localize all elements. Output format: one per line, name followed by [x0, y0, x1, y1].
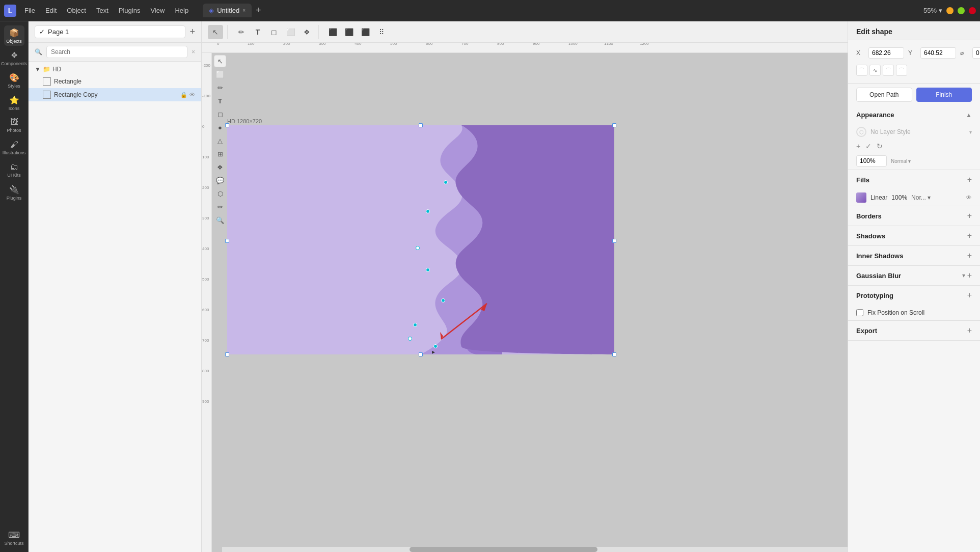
- shape-tool-button[interactable]: ◻: [266, 25, 282, 39]
- bezier-point-6[interactable]: [413, 323, 417, 327]
- canvas-pencil-button[interactable]: ✏: [214, 201, 226, 213]
- zoom-dropdown-icon[interactable]: ▾: [939, 7, 942, 14]
- menu-help[interactable]: Help: [171, 5, 193, 16]
- minimize-button[interactable]: −: [946, 7, 954, 14]
- sidebar-item-photos[interactable]: 🖼 Photos: [4, 115, 24, 135]
- handle-bm[interactable]: [419, 352, 423, 356]
- layer-copy-lock-button[interactable]: 🔒: [180, 92, 187, 98]
- bezier-point-3[interactable]: [416, 246, 420, 250]
- sidebar-item-styles[interactable]: 🎨 Styles: [4, 70, 24, 91]
- horizontal-scrollbar[interactable]: [222, 547, 848, 552]
- active-tab[interactable]: ◈ Untitled ×: [203, 4, 252, 17]
- cursor-indicator[interactable]: ▸: [432, 348, 438, 354]
- fill-color-preview[interactable]: [856, 192, 866, 203]
- add-prototype-button[interactable]: +: [967, 291, 972, 300]
- bezier-point-5[interactable]: [441, 298, 445, 302]
- canvas-table-button[interactable]: ⊞: [214, 148, 226, 160]
- fill-visibility-button[interactable]: 👁: [966, 194, 972, 201]
- select-tool-button[interactable]: ↖: [208, 25, 223, 39]
- add-tab-button[interactable]: +: [254, 5, 263, 16]
- canvas-wrapper[interactable]: HD 1280×720: [212, 53, 848, 552]
- layer-visibility-button[interactable]: [189, 78, 195, 85]
- opacity-input[interactable]: [856, 155, 887, 167]
- layer-lock-button[interactable]: [180, 78, 187, 85]
- align-center-button[interactable]: ⬛: [341, 25, 357, 39]
- inner-shadows-header[interactable]: Inner Shadows +: [848, 246, 980, 265]
- component-tool-button[interactable]: ❖: [299, 25, 314, 39]
- add-export-button[interactable]: +: [967, 326, 972, 335]
- handle-tm[interactable]: [419, 123, 423, 127]
- check-style-icon[interactable]: ✓: [865, 142, 872, 150]
- corner-sharp-button[interactable]: ⌒: [856, 65, 867, 76]
- handle-ml[interactable]: [225, 239, 229, 243]
- layer-group-header[interactable]: ▼ 📁 HD: [29, 64, 201, 75]
- fix-position-checkbox[interactable]: [856, 309, 863, 316]
- corner-smooth-button[interactable]: ∿: [869, 65, 881, 76]
- canvas-rect-button[interactable]: ◻: [214, 108, 226, 120]
- add-blur-button[interactable]: +: [967, 271, 972, 280]
- add-page-button[interactable]: +: [189, 26, 195, 37]
- canvas-triangle-button[interactable]: △: [214, 134, 226, 147]
- add-inner-shadow-button[interactable]: +: [967, 251, 972, 260]
- canvas-area[interactable]: 0 100 200 300 400 500 600 700 800 900 10…: [202, 43, 848, 552]
- maximize-button[interactable]: □: [958, 7, 965, 14]
- align-left-button[interactable]: ⬛: [325, 25, 340, 39]
- handle-br[interactable]: [612, 352, 616, 356]
- canvas-pen-button[interactable]: ✏: [214, 81, 226, 94]
- corner-straight-button[interactable]: ⌒: [896, 65, 907, 76]
- layer-copy-visibility-button[interactable]: 👁: [189, 92, 195, 98]
- canvas-frame-button[interactable]: ⬜: [214, 68, 226, 80]
- page-selector[interactable]: ✓ Page 1: [35, 25, 185, 38]
- gaussian-blur-header[interactable]: Gaussian Blur ▾ +: [848, 266, 980, 285]
- sidebar-item-shortcuts[interactable]: ⌨ Shortcuts: [4, 528, 24, 548]
- bezier-point-1[interactable]: [444, 180, 448, 184]
- menu-plugins[interactable]: Plugins: [115, 5, 145, 16]
- handle-mr[interactable]: [612, 239, 616, 243]
- canvas-circle-button[interactable]: ●: [214, 121, 226, 133]
- frame-tool-button[interactable]: ⬜: [283, 25, 298, 39]
- canvas-text-button[interactable]: T: [214, 95, 226, 107]
- corner-asymm-button[interactable]: ⌒: [883, 65, 894, 76]
- y-input[interactable]: [920, 47, 956, 59]
- artboard[interactable]: ▸: [227, 125, 614, 354]
- scrollbar-thumb[interactable]: [410, 547, 597, 552]
- handle-bl[interactable]: [225, 352, 229, 356]
- canvas-comment-button[interactable]: 💬: [214, 174, 226, 186]
- fill-blend-value[interactable]: Nor... ▾: [911, 194, 962, 201]
- layer-item-rectangle-copy[interactable]: Rectangle Copy 🔒 👁: [29, 88, 201, 101]
- finish-button[interactable]: Finish: [916, 88, 972, 102]
- bezier-point-selected[interactable]: [408, 337, 412, 341]
- sidebar-item-illustrations[interactable]: 🖌 Illustrations: [4, 137, 24, 158]
- add-border-button[interactable]: +: [967, 211, 972, 220]
- canvas-select-button[interactable]: ↖: [214, 55, 226, 67]
- menu-object[interactable]: Object: [63, 5, 90, 16]
- search-input[interactable]: [46, 46, 187, 58]
- tab-close-button[interactable]: ×: [242, 8, 246, 13]
- fills-header[interactable]: Fills +: [848, 170, 980, 189]
- add-fill-button[interactable]: +: [967, 175, 972, 184]
- pencil-tool-button[interactable]: ✏: [234, 25, 249, 39]
- close-button[interactable]: ×: [969, 7, 976, 14]
- sidebar-item-uikits[interactable]: 🗂 UI Kits: [4, 160, 24, 180]
- add-style-icon[interactable]: +: [856, 142, 860, 150]
- sidebar-item-components[interactable]: ❖ Components: [4, 48, 24, 68]
- menu-view[interactable]: View: [146, 5, 169, 16]
- open-path-button[interactable]: Open Path: [856, 88, 912, 102]
- export-header[interactable]: Export +: [848, 321, 980, 340]
- search-close-button[interactable]: ×: [192, 48, 195, 56]
- bezier-point-2[interactable]: [426, 209, 430, 213]
- menu-file[interactable]: File: [20, 5, 39, 16]
- canvas-component-button[interactable]: ❖: [214, 161, 226, 173]
- canvas-mask-button[interactable]: ⬡: [214, 187, 226, 200]
- align-right-button[interactable]: ⬛: [358, 25, 373, 39]
- zoom-control[interactable]: 55% ▾: [923, 7, 942, 14]
- bezier-point-4[interactable]: [426, 268, 430, 272]
- r-input[interactable]: [972, 47, 980, 59]
- x-input[interactable]: [868, 47, 904, 59]
- add-shadow-button[interactable]: +: [967, 231, 972, 240]
- shadows-header[interactable]: Shadows +: [848, 226, 980, 245]
- no-style-dropdown-icon[interactable]: ▾: [969, 129, 972, 135]
- canvas-zoom-button[interactable]: 🔍: [214, 214, 226, 226]
- menu-edit[interactable]: Edit: [41, 5, 61, 16]
- distribute-button[interactable]: ⠿: [374, 25, 389, 39]
